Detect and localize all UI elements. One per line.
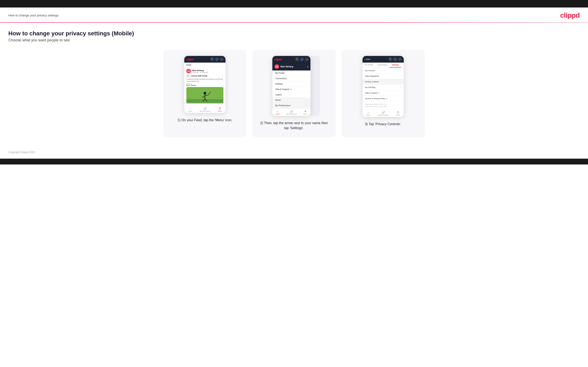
dropdown-menu: My Profile Connections Settings Help & S…	[272, 70, 311, 98]
data-integrations-chevron: ›	[401, 75, 401, 77]
phone-1-icons: 🔍 👤 ⊕	[210, 58, 223, 61]
lesson-row: 📋 Lesson with Fordy	[186, 74, 223, 78]
settings-icon-2: ⊕	[305, 58, 308, 61]
logo: clippd	[560, 11, 580, 19]
step-2-phone: clippd 🔍 👤 ⊕ BM Blair McHarg ∧	[272, 56, 311, 116]
nav2-menu-label: Menu	[303, 113, 307, 115]
settings-my-golf-bag[interactable]: My Golf Bag ›	[363, 85, 404, 90]
menu-icon-3: ☰	[397, 111, 399, 114]
copyright: Copyright Clippd 2022	[8, 150, 35, 154]
header: How to change your privacy settings clip…	[0, 8, 588, 22]
step-2-caption: 2) Then, tap the arrow next to your name…	[259, 121, 329, 131]
settings-my-account[interactable]: My Account ›	[363, 68, 404, 73]
dropdown-user-info: BM Blair McHarg	[274, 64, 293, 69]
step-1-phone: clippd 🔍 👤 ⊕ Feed BM Blair McHarg	[184, 56, 226, 113]
home-icon-2: ⌂	[277, 110, 278, 113]
nav-performance-label: My Performance	[200, 110, 210, 112]
step-1-caption: 1) On your Feed, tap the 'Menu' icon.	[177, 118, 232, 123]
section-performance-label: My Performance	[275, 104, 290, 107]
nav3-performance: 📈 My Performance	[378, 111, 389, 116]
search-icon-2: 🔍	[295, 58, 299, 61]
lesson-icon: 📋	[186, 74, 190, 78]
section-performance[interactable]: My Performance ∨	[272, 103, 311, 108]
step-3-card: < Back 🔍 👤 ⊕ My Profile Connections Sett…	[341, 50, 425, 137]
help-support-label: Help & Support ↗	[365, 92, 380, 94]
avatar: BM	[186, 69, 191, 73]
golf-image	[186, 87, 223, 104]
nav3-performance-label: My Performance	[378, 114, 389, 116]
step-3-caption: 3) Tap 'Privacy Controls'.	[365, 122, 401, 127]
phone-1-header: clippd 🔍 👤 ⊕	[184, 56, 225, 63]
post-date: Yesterday · Sunningdale	[192, 72, 208, 73]
home-chevron: ∨	[306, 99, 308, 101]
menu-my-profile[interactable]: My Profile	[272, 70, 311, 76]
settings-data-integrations[interactable]: Data Integrations ›	[363, 73, 404, 79]
menu-help-support[interactable]: Help & Support ↗	[272, 87, 311, 92]
my-account-label: My Account	[365, 69, 375, 72]
privacy-controls-chevron: ›	[401, 81, 401, 83]
top-bar	[0, 0, 588, 8]
data-integrations-label: Data Integrations	[365, 75, 379, 77]
bottom-bar	[0, 159, 588, 165]
menu-connections[interactable]: Connections	[272, 76, 311, 81]
my-account-chevron: ›	[401, 69, 401, 72]
tab-my-profile[interactable]: My Profile	[363, 63, 375, 67]
main-content: How to change your privacy settings (Mob…	[0, 30, 588, 146]
settings-service-privacy[interactable]: Service & Privacy Policy ↗	[363, 96, 404, 101]
service-privacy-label: Service & Privacy Policy ↗	[365, 98, 388, 100]
dropdown-avatar: BM	[274, 64, 279, 69]
nav-menu[interactable]: ☰ Menu	[218, 107, 222, 112]
step-3-phone: < Back 🔍 👤 ⊕ My Profile Connections Sett…	[362, 56, 404, 117]
nav2-performance: 📈 My Performance	[286, 110, 297, 115]
step-2-phone-wrapper: clippd 🔍 👤 ⊕ BM Blair McHarg ∧	[272, 56, 316, 116]
page-heading: How to change your privacy settings (Mob…	[8, 30, 580, 37]
user-icon-2: 👤	[300, 58, 303, 61]
phone-2-bottom-nav: ⌂ Home 📈 My Performance ✕ Menu	[272, 108, 311, 116]
user-icon-3: 👤	[394, 58, 397, 61]
header-divider	[0, 22, 588, 23]
nav2-performance-label: My Performance	[286, 113, 297, 115]
post-name: Blair McHarg	[192, 69, 208, 72]
dropdown-arrow-icon[interactable]: ∧	[307, 66, 308, 68]
search-icon-3: 🔍	[389, 58, 392, 61]
nav-home: ⌂ Home	[188, 107, 192, 112]
performance-chevron: ∨	[306, 105, 308, 107]
settings-tabs: My Profile Connections Settings	[363, 63, 404, 68]
lesson-title: Lesson with Fordy	[191, 75, 208, 77]
settings-menu: My Account › Data Integrations › Privacy…	[363, 68, 404, 101]
settings-icon: ⊕	[220, 58, 223, 61]
post-desc: Looking to feel like my hands are exitin…	[186, 78, 223, 82]
dropdown-section: Home ∨ My Performance ∨	[272, 98, 311, 108]
back-button[interactable]: < Back	[365, 58, 370, 60]
settings-help-support[interactable]: Help & Support ↗	[363, 90, 404, 96]
search-icon: 🔍	[210, 58, 214, 61]
svg-point-2	[204, 92, 206, 95]
nav3-menu-label: Menu	[396, 114, 400, 116]
performance-icon: 📈	[203, 107, 207, 110]
phone-2-logo: clippd	[274, 58, 282, 61]
phone-3-bottom-nav: ⌂ Home 📈 My Performance ☰ Menu	[363, 109, 404, 117]
page-subheading: Choose what you want people to see	[8, 38, 580, 42]
tab-settings[interactable]: Settings	[389, 63, 401, 67]
dropdown-user-row: BM Blair McHarg ∧	[272, 63, 311, 70]
section-home[interactable]: Home ∨	[272, 98, 311, 103]
settings-privacy-controls[interactable]: Privacy Controls ›	[363, 79, 404, 85]
menu-logout[interactable]: Logout	[272, 92, 311, 98]
phone-2-icons: 🔍 👤 ⊕	[295, 58, 308, 61]
nav3-home-label: Home	[366, 114, 370, 116]
version-info: Clippd Client Version: 2022.8.3-3GQL Ser…	[363, 101, 404, 109]
my-golf-bag-label: My Golf Bag	[365, 86, 375, 88]
feed-label: Feed	[184, 63, 225, 67]
settings-icon-3: ⊕	[398, 58, 402, 61]
tab-connections[interactable]: Connections	[375, 63, 389, 67]
nav2-menu[interactable]: ✕ Menu	[303, 110, 307, 115]
performance-icon-3: 📈	[382, 111, 385, 114]
svg-rect-1	[186, 99, 223, 103]
nav2-home-label: Home	[276, 113, 280, 115]
phone-2-header: clippd 🔍 👤 ⊕	[272, 56, 311, 63]
menu-settings[interactable]: Settings	[272, 81, 311, 87]
phone-3-header: < Back 🔍 👤 ⊕	[363, 56, 404, 63]
nav3-menu[interactable]: ☰ Menu	[396, 111, 400, 116]
header-title: How to change your privacy settings	[8, 14, 59, 17]
section-home-label: Home	[275, 99, 281, 101]
